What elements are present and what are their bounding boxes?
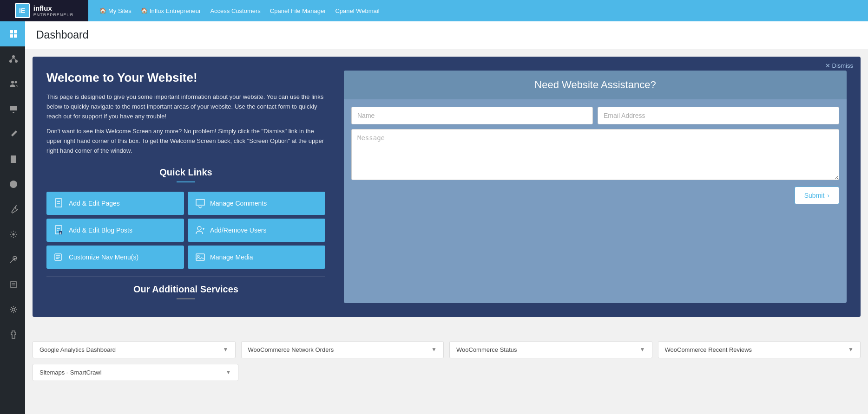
sidebar-item-org[interactable] — [0, 46, 25, 71]
sidebar-item-comments[interactable] — [0, 97, 25, 122]
svg-rect-3 — [14, 34, 17, 38]
welcome-heading: Welcome to Your Website! — [46, 71, 325, 85]
layout: Dashboard ✕ Dismiss Welcome to Your Webs… — [0, 21, 868, 414]
sidebar-item-users[interactable] — [0, 71, 25, 97]
media-icon — [9, 180, 18, 189]
svg-rect-21 — [55, 199, 62, 207]
settings-icon — [9, 230, 18, 239]
logo-icon: IE — [15, 3, 30, 18]
svg-point-28 — [197, 226, 201, 230]
page-title: Dashboard — [36, 29, 857, 41]
list-icon — [9, 280, 18, 289]
assistance-body: Submit › — [344, 99, 847, 212]
nav-cpanel-file-manager[interactable]: Cpanel File Manager — [266, 6, 330, 16]
svg-rect-17 — [10, 282, 17, 287]
sidebar-item-spanner[interactable] — [0, 247, 25, 272]
users-icon — [9, 79, 18, 89]
pages-icon — [9, 155, 18, 164]
message-textarea[interactable] — [351, 129, 839, 180]
assistance-title: Need Website Assistance? — [352, 79, 838, 91]
logo-text: influx ENTREPRENEUR — [33, 4, 74, 18]
chevron-down-icon-4: ▼ — [848, 346, 854, 353]
sidebar-item-cog[interactable] — [0, 297, 25, 322]
widget-sitemaps[interactable]: Sitemaps - SmartCrawl ▼ — [33, 364, 238, 381]
page-header: Dashboard — [25, 21, 868, 49]
dismiss-link[interactable]: ✕ Dismiss — [825, 62, 854, 69]
blog-btn-icon — [54, 225, 64, 235]
home2-icon: 🏠 — [141, 7, 148, 14]
comments-icon — [9, 104, 18, 114]
sidebar-item-settings[interactable] — [0, 222, 25, 247]
chevron-down-icon-3: ▼ — [640, 346, 645, 353]
nav-influx-entrepreneur[interactable]: 🏠 Influx Entrepreneur — [137, 6, 205, 16]
sidebar — [0, 21, 25, 414]
nav-cpanel-webmail[interactable]: Cpanel Webmail — [331, 6, 383, 16]
svg-line-7 — [11, 58, 13, 60]
widget-google-analytics[interactable]: Google Analytics Dashboard ▼ — [33, 341, 236, 358]
wrench-icon — [9, 205, 18, 214]
email-input[interactable] — [598, 107, 839, 124]
assistance-header: Need Website Assistance? — [344, 71, 847, 99]
quick-link-manage-media[interactable]: Manage Media — [188, 246, 325, 269]
svg-rect-1 — [14, 30, 17, 33]
svg-point-9 — [11, 81, 14, 84]
quick-links-divider — [177, 181, 195, 182]
widgets-area: Google Analytics Dashboard ▼ WooCommerce… — [25, 334, 868, 388]
svg-point-16 — [12, 233, 14, 236]
sidebar-item-list[interactable] — [0, 272, 25, 297]
submit-button[interactable]: Submit › — [795, 187, 839, 204]
welcome-text2: Don't want to see this Welcome Screen an… — [46, 127, 325, 155]
nav-my-sites[interactable]: 🏠 My Sites — [96, 6, 135, 16]
name-input[interactable] — [351, 107, 593, 124]
quick-link-add-edit-blog-posts[interactable]: Add & Edit Blog Posts — [46, 219, 184, 242]
sidebar-item-plugin[interactable] — [0, 322, 25, 347]
arrow-icon: › — [827, 192, 829, 199]
quick-link-add-edit-pages[interactable]: Add & Edit Pages — [46, 192, 184, 215]
quick-links-grid: Add & Edit Pages Manage Comments — [46, 192, 325, 269]
welcome-inner: Welcome to Your Website! This page is de… — [46, 71, 847, 303]
widget-woocommerce-orders[interactable]: WooCommerce Network Orders ▼ — [241, 341, 444, 358]
plugin-icon — [9, 330, 18, 339]
widgets-grid-top: Google Analytics Dashboard ▼ WooCommerce… — [33, 341, 861, 358]
svg-point-4 — [12, 55, 15, 58]
sidebar-item-pages[interactable] — [0, 147, 25, 172]
quick-link-customize-nav[interactable]: Customize Nav Menu(s) — [46, 246, 184, 269]
widget-woocommerce-reviews[interactable]: WooCommerce Recent Reviews ▼ — [658, 341, 861, 358]
top-bar: IE influx ENTREPRENEUR 🏠 My Sites 🏠 Infl… — [0, 0, 868, 21]
main-content: Dashboard ✕ Dismiss Welcome to Your Webs… — [25, 21, 868, 414]
widgets-grid-bottom: Sitemaps - SmartCrawl ▼ — [33, 364, 861, 381]
quick-links-title: Quick Links — [46, 167, 325, 178]
org-icon — [9, 54, 18, 64]
logo-area[interactable]: IE influx ENTREPRENEUR — [0, 0, 88, 21]
nav-access-customers[interactable]: Access Customers — [206, 6, 264, 16]
welcome-left: Welcome to Your Website! This page is de… — [46, 71, 325, 303]
sidebar-item-media[interactable] — [0, 172, 25, 197]
svg-point-6 — [15, 60, 18, 63]
home-icon: 🏠 — [99, 7, 106, 14]
form-footer: Submit › — [351, 187, 839, 204]
svg-rect-0 — [10, 30, 13, 33]
additional-services-section: Our Additional Services — [46, 276, 325, 303]
additional-services-title: Our Additional Services — [46, 284, 325, 295]
chevron-down-icon: ▼ — [223, 346, 229, 353]
svg-rect-2 — [10, 34, 13, 38]
quick-links-section: Quick Links Add & Edit Pages — [46, 167, 325, 269]
svg-point-5 — [9, 60, 12, 63]
sidebar-item-dashboard[interactable] — [0, 21, 25, 46]
welcome-panel: ✕ Dismiss Welcome to Your Website! This … — [33, 57, 861, 317]
tools-icon — [9, 129, 18, 139]
dashboard-icon — [9, 29, 18, 39]
quick-link-add-remove-users[interactable]: Add/Remove Users — [188, 219, 325, 242]
svg-line-8 — [13, 58, 16, 60]
widget-woocommerce-status[interactable]: WooCommerce Status ▼ — [449, 341, 652, 358]
sidebar-item-wrench[interactable] — [0, 197, 25, 222]
svg-point-10 — [14, 81, 17, 84]
quick-link-manage-comments[interactable]: Manage Comments — [188, 192, 325, 215]
media-btn-icon — [195, 252, 205, 262]
x-icon: ✕ — [825, 62, 830, 69]
spanner-icon — [9, 255, 18, 264]
svg-point-20 — [12, 308, 15, 311]
dashboard-content: ✕ Dismiss Welcome to Your Website! This … — [25, 49, 868, 334]
chevron-down-icon-2: ▼ — [431, 346, 437, 353]
sidebar-item-tools[interactable] — [0, 122, 25, 147]
